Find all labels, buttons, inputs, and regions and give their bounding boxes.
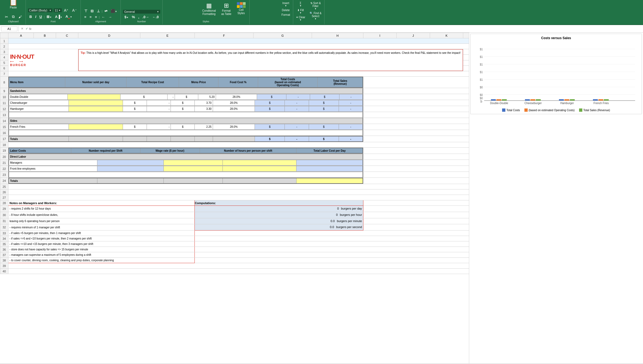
- cell-row40[interactable]: [8, 269, 469, 274]
- cell-row17-right[interactable]: [363, 136, 469, 142]
- cell-row11-right[interactable]: [363, 100, 469, 106]
- dec-dec-button[interactable]: ←.0: [151, 14, 160, 20]
- cell-row36-right[interactable]: [195, 247, 469, 252]
- hb-sold[interactable]: [69, 106, 123, 112]
- col-B[interactable]: B: [34, 33, 56, 38]
- cell-row20-right[interactable]: [363, 154, 469, 160]
- col-J[interactable]: J: [397, 33, 430, 38]
- cell-row21-right[interactable]: [363, 160, 469, 166]
- cell-a1[interactable]: [8, 38, 469, 44]
- formula-input[interactable]: [33, 27, 642, 31]
- wrap-text-button[interactable]: ⇌: [103, 8, 109, 14]
- cell-row27[interactable]: [8, 195, 469, 200]
- cell-row3-right[interactable]: [463, 49, 469, 55]
- bold-button[interactable]: B: [28, 14, 33, 19]
- cell-row10-right[interactable]: [363, 94, 469, 100]
- cell-row35-right[interactable]: [195, 241, 469, 247]
- currency-button[interactable]: $▼: [123, 14, 130, 20]
- cell-a2[interactable]: [8, 44, 469, 49]
- col-D[interactable]: D: [78, 33, 140, 38]
- indent-dec-button[interactable]: ←: [100, 14, 106, 20]
- cell-row15-right[interactable]: [363, 124, 469, 130]
- cell-row28-right[interactable]: [363, 200, 469, 206]
- col-E[interactable]: E: [140, 33, 195, 38]
- cell-row19-right[interactable]: [363, 148, 469, 154]
- font-size-dropdown[interactable]: 11▼: [54, 8, 62, 12]
- confirm-formula-button[interactable]: ✓: [26, 27, 28, 30]
- sort-filter-button[interactable]: ⇅ Sort &Filter ▼: [308, 1, 323, 11]
- merge-center-button[interactable]: ⬛▼: [109, 8, 119, 14]
- font-color-button[interactable]: A_▼: [64, 14, 74, 20]
- cell-row13-right[interactable]: [363, 112, 469, 118]
- col-L[interactable]: L: [463, 33, 469, 38]
- dec-inc-button[interactable]: .0→: [141, 14, 150, 20]
- align-center-button[interactable]: ≡: [88, 14, 93, 20]
- cell-row26[interactable]: [8, 189, 469, 195]
- cell-row16-right[interactable]: [363, 130, 469, 136]
- borders-button[interactable]: ⊞▼: [45, 14, 53, 19]
- cell-styles-button[interactable]: CellStyles: [234, 1, 248, 17]
- cell-row8-right[interactable]: [363, 77, 469, 88]
- cell-row13[interactable]: [8, 112, 363, 118]
- cb-sold[interactable]: [69, 100, 123, 106]
- name-box[interactable]: [1, 26, 17, 31]
- cell-row4-right[interactable]: [463, 55, 469, 60]
- fl-wage[interactable]: [164, 166, 223, 172]
- cell-row39[interactable]: [8, 263, 469, 269]
- mgr-wage[interactable]: [164, 160, 223, 166]
- autosum-button[interactable]: Σ ▼: [294, 1, 307, 8]
- font-name-dropdown[interactable]: Calibri (Body)▼: [28, 8, 52, 12]
- cell-row33-right[interactable]: [195, 231, 469, 236]
- ff-sold[interactable]: [69, 124, 123, 130]
- format-as-table-button[interactable]: ⊞ Formatas Table: [218, 1, 234, 17]
- cell-row7[interactable]: [8, 71, 469, 77]
- col-I[interactable]: I: [363, 33, 396, 38]
- cut-button[interactable]: ✂: [3, 14, 10, 20]
- cell-row38-right[interactable]: [195, 258, 469, 263]
- fl-num[interactable]: [97, 166, 163, 172]
- cell-row25[interactable]: [8, 184, 469, 189]
- col-G[interactable]: G: [253, 33, 312, 38]
- paste-button[interactable]: 📋 Paste: [7, 0, 20, 13]
- conditional-formatting-button[interactable]: ▦ ConditionalFormatting: [199, 1, 218, 17]
- copy-button[interactable]: ⧉: [10, 14, 16, 20]
- col-K[interactable]: K: [430, 33, 463, 38]
- insert-button[interactable]: Insert ▼: [280, 1, 292, 8]
- mgr-num[interactable]: [97, 160, 163, 166]
- clear-button[interactable]: ✦ Clear ▼: [294, 15, 307, 22]
- col-A[interactable]: A: [8, 33, 34, 38]
- decrease-font-button[interactable]: A⁻: [70, 8, 78, 13]
- number-format-dropdown[interactable]: General▼: [123, 10, 160, 14]
- align-left-button[interactable]: ≡: [83, 14, 88, 20]
- cell-row16[interactable]: [8, 130, 363, 136]
- find-select-button[interactable]: 🔍 Find &Select ▼: [308, 11, 323, 21]
- fill-color-button[interactable]: A▐▼: [54, 14, 64, 19]
- col-C[interactable]: C: [56, 33, 78, 38]
- cell-row34-right[interactable]: [195, 236, 469, 241]
- indent-inc-button[interactable]: →: [107, 14, 113, 20]
- format-button[interactable]: Format: [280, 13, 292, 17]
- col-H[interactable]: H: [312, 33, 363, 38]
- percent-button[interactable]: %: [131, 14, 137, 20]
- col-F[interactable]: F: [195, 33, 253, 38]
- cell-row32-right[interactable]: [363, 224, 469, 231]
- italic-button[interactable]: I: [34, 14, 38, 19]
- cell-row9-right[interactable]: [363, 88, 469, 94]
- cell-row23-right[interactable]: [363, 172, 469, 178]
- cell-row31-right[interactable]: [363, 218, 469, 224]
- fill-button[interactable]: ⬇ Fill ▼: [294, 8, 307, 15]
- cell-row5-right[interactable]: [463, 60, 469, 66]
- cell-row23[interactable]: [8, 172, 363, 178]
- fl-hours[interactable]: [223, 166, 296, 172]
- cell-row12-right[interactable]: [363, 106, 469, 112]
- format-painter-button[interactable]: 🖌: [17, 14, 23, 19]
- dd-sold[interactable]: [67, 94, 120, 100]
- cell-row37-right[interactable]: [195, 252, 469, 258]
- cell-row29-right[interactable]: [363, 206, 469, 212]
- cell-row6-right[interactable]: [463, 66, 469, 71]
- cell-row24-right[interactable]: [363, 178, 469, 184]
- align-bottom-button[interactable]: ⊥: [95, 8, 101, 14]
- align-top-button[interactable]: ⊤: [83, 8, 89, 14]
- increase-font-button[interactable]: A⁺: [62, 8, 70, 13]
- cell-row22-right[interactable]: [363, 166, 469, 172]
